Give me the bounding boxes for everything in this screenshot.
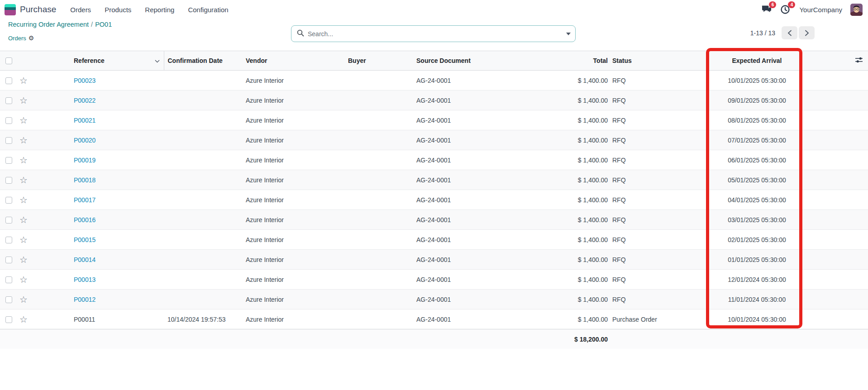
table-row[interactable]: ☆ P00016 Azure Interior AG-24-0001 $ 1,4…: [0, 210, 868, 230]
cell-reference[interactable]: P00018: [74, 176, 95, 184]
purchase-app-icon[interactable]: [5, 4, 16, 15]
cell-reference[interactable]: P00015: [74, 236, 95, 243]
column-header-confirmation-date[interactable]: Confirmation Date: [164, 51, 238, 71]
column-header-vendor[interactable]: Vendor: [238, 51, 344, 71]
favorite-star-icon[interactable]: ☆: [19, 76, 28, 86]
row-select-checkbox[interactable]: [5, 77, 12, 84]
column-header-total[interactable]: Total: [507, 51, 610, 71]
row-select-checkbox[interactable]: [5, 217, 12, 224]
breadcrumb-parent-link[interactable]: Recurring Order Agreement: [8, 21, 89, 28]
row-select-checkbox[interactable]: [5, 197, 12, 204]
column-header-source-document[interactable]: Source Document: [413, 51, 507, 71]
favorite-star-icon[interactable]: ☆: [19, 155, 28, 165]
app-title[interactable]: Purchase: [20, 5, 56, 14]
favorite-star-icon[interactable]: ☆: [19, 215, 28, 225]
cell-reference[interactable]: P00019: [74, 157, 95, 164]
chat-bubble-icon: [761, 8, 772, 15]
sort-descending-icon[interactable]: [155, 57, 160, 64]
breadcrumb-separator: /: [89, 21, 95, 28]
favorite-star-icon[interactable]: ☆: [19, 314, 28, 324]
menu-reporting[interactable]: Reporting: [138, 3, 181, 16]
cell-reference[interactable]: P00022: [74, 97, 95, 104]
table-row[interactable]: ☆ P00012 Azure Interior AG-24-0001 $ 1,4…: [0, 290, 868, 309]
cell-reference[interactable]: P00021: [74, 117, 95, 124]
select-all-checkbox[interactable]: [5, 57, 12, 64]
favorite-star-icon[interactable]: ☆: [19, 235, 28, 245]
table-row[interactable]: ☆ P00011 10/14/2024 19:57:53 Azure Inter…: [0, 309, 868, 329]
favorite-star-icon[interactable]: ☆: [19, 275, 28, 285]
table-row[interactable]: ☆ P00020 Azure Interior AG-24-0001 $ 1,4…: [0, 130, 868, 150]
favorite-star-icon[interactable]: ☆: [19, 115, 28, 125]
row-select-checkbox[interactable]: [5, 117, 12, 124]
row-select-checkbox[interactable]: [5, 137, 12, 144]
row-select-checkbox[interactable]: [5, 97, 12, 104]
cell-buyer: [344, 250, 413, 270]
column-header-buyer[interactable]: Buyer: [344, 51, 413, 71]
favorite-star-icon[interactable]: ☆: [19, 295, 28, 304]
cell-vendor: Azure Interior: [238, 90, 344, 110]
cell-reference[interactable]: P00020: [74, 137, 95, 144]
search-input[interactable]: [308, 30, 566, 38]
cell-status: RFQ: [610, 170, 704, 190]
column-header-status[interactable]: Status: [610, 51, 704, 71]
gear-icon[interactable]: ⚙: [29, 34, 34, 42]
favorite-star-icon[interactable]: ☆: [19, 195, 28, 205]
orders-table: Reference Confirmation Date Vendor Buyer…: [0, 51, 868, 329]
favorite-star-icon[interactable]: ☆: [19, 95, 28, 105]
cell-reference[interactable]: P00016: [74, 216, 95, 224]
footer-total-sum: $ 18,200.00: [574, 329, 608, 349]
pager-previous-button[interactable]: [782, 26, 797, 39]
column-header-reference[interactable]: Reference: [74, 57, 105, 64]
pager-next-button[interactable]: [799, 26, 815, 39]
cell-total: $ 1,400.00: [507, 290, 610, 309]
favorite-star-icon[interactable]: ☆: [19, 255, 28, 265]
cell-total: $ 1,400.00: [507, 309, 610, 329]
cell-reference[interactable]: P00023: [74, 77, 95, 84]
cell-reference[interactable]: P00012: [74, 296, 95, 303]
optional-columns-icon[interactable]: [855, 57, 863, 65]
activities-button[interactable]: 4: [780, 5, 791, 14]
cell-vendor: Azure Interior: [238, 309, 344, 329]
search-dropdown-toggle-icon[interactable]: [566, 33, 571, 35]
table-row[interactable]: ☆ P00015 Azure Interior AG-24-0001 $ 1,4…: [0, 230, 868, 250]
cell-total: $ 1,400.00: [507, 90, 610, 110]
table-row[interactable]: ☆ P00021 Azure Interior AG-24-0001 $ 1,4…: [0, 110, 868, 130]
company-name[interactable]: YourCompany: [799, 6, 842, 14]
cell-expected-arrival: 02/01/2025 05:30:00: [704, 230, 810, 250]
row-select-checkbox[interactable]: [5, 276, 12, 283]
cell-reference[interactable]: P00014: [74, 256, 95, 263]
table-row[interactable]: ☆ P00017 Azure Interior AG-24-0001 $ 1,4…: [0, 190, 868, 210]
table-row[interactable]: ☆ P00022 Azure Interior AG-24-0001 $ 1,4…: [0, 90, 868, 110]
favorite-star-icon[interactable]: ☆: [19, 175, 28, 185]
table-row[interactable]: ☆ P00018 Azure Interior AG-24-0001 $ 1,4…: [0, 170, 868, 190]
cell-reference[interactable]: P00011: [74, 316, 95, 323]
cell-source-document: AG-24-0001: [413, 90, 507, 110]
row-select-checkbox[interactable]: [5, 316, 12, 323]
menu-products[interactable]: Products: [98, 3, 138, 16]
favorite-star-icon[interactable]: ☆: [19, 135, 28, 145]
cell-vendor: Azure Interior: [238, 110, 344, 130]
menu-orders[interactable]: Orders: [63, 3, 98, 16]
cell-reference[interactable]: P00013: [74, 276, 95, 283]
table-row[interactable]: ☆ P00019 Azure Interior AG-24-0001 $ 1,4…: [0, 150, 868, 170]
cell-total: $ 1,400.00: [507, 110, 610, 130]
row-select-checkbox[interactable]: [5, 237, 12, 243]
cell-buyer: [344, 290, 413, 309]
menu-configuration[interactable]: Configuration: [181, 3, 235, 16]
cell-expected-arrival: 10/01/2024 05:30:00: [704, 309, 810, 329]
breadcrumb-current[interactable]: PO01: [95, 21, 112, 28]
messages-button[interactable]: 6: [761, 5, 772, 14]
row-select-checkbox[interactable]: [5, 177, 12, 184]
row-select-checkbox[interactable]: [5, 157, 12, 164]
table-row[interactable]: ☆ P00014 Azure Interior AG-24-0001 $ 1,4…: [0, 250, 868, 270]
cell-buyer: [344, 230, 413, 250]
table-row[interactable]: ☆ P00013 Azure Interior AG-24-0001 $ 1,4…: [0, 270, 868, 290]
row-select-checkbox[interactable]: [5, 257, 12, 263]
cell-reference[interactable]: P00017: [74, 196, 95, 204]
column-header-expected-arrival[interactable]: Expected Arrival: [704, 51, 810, 71]
clock-icon: [780, 8, 790, 16]
row-select-checkbox[interactable]: [5, 296, 12, 303]
cell-status: RFQ: [610, 250, 704, 270]
user-avatar[interactable]: [850, 4, 863, 16]
table-row[interactable]: ☆ P00023 Azure Interior AG-24-0001 $ 1,4…: [0, 71, 868, 90]
